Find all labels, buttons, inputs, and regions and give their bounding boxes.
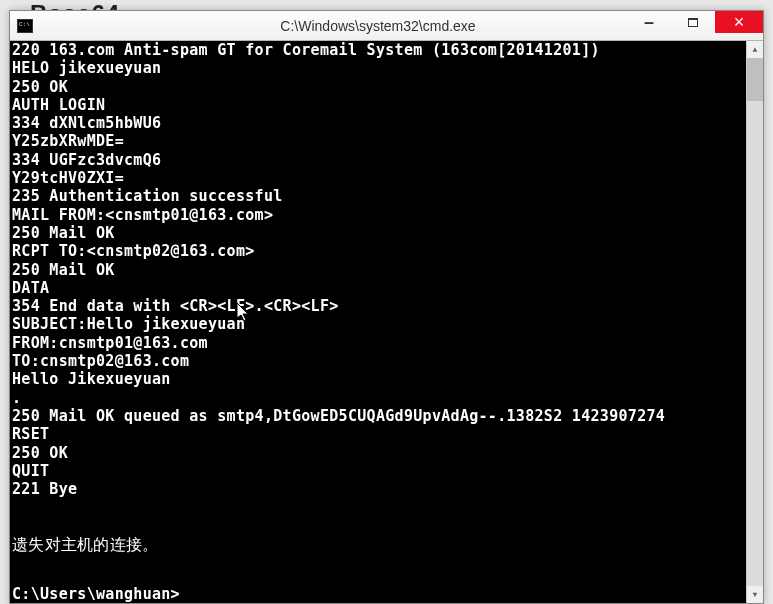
- terminal-line: Hello Jikexueyuan: [12, 370, 744, 388]
- terminal-line: 250 OK: [12, 78, 744, 96]
- terminal-line: FROM:cnsmtp01@163.com: [12, 334, 744, 352]
- terminal-line: C:\Users\wanghuan>: [12, 585, 744, 603]
- terminal-line: .: [12, 389, 744, 407]
- terminal-line: 250 Mail OK: [12, 261, 744, 279]
- scroll-thumb[interactable]: [747, 58, 763, 101]
- scrollbar[interactable]: ▲ ▼: [746, 41, 763, 603]
- minimize-button[interactable]: –: [627, 11, 671, 33]
- cmd-icon: [17, 19, 33, 33]
- cmd-window: C:\Windows\system32\cmd.exe – 220 163.co…: [9, 10, 764, 604]
- terminal-line: 遗失对主机的连接。: [12, 531, 744, 559]
- terminal-line: 250 Mail OK: [12, 224, 744, 242]
- terminal-line: MAIL FROM:<cnsmtp01@163.com>: [12, 206, 744, 224]
- terminal-line: HELO jikexueyuan: [12, 59, 744, 77]
- terminal-line: 334 UGFzc3dvcmQ6: [12, 151, 744, 169]
- terminal-line: 250 Mail OK queued as smtp4,DtGowED5CUQA…: [12, 407, 744, 425]
- terminal-line: 250 OK: [12, 444, 744, 462]
- terminal-area: 220 163.com Anti-spam GT for Coremail Sy…: [10, 41, 763, 603]
- terminal-line: AUTH LOGIN: [12, 96, 744, 114]
- terminal-line: RSET: [12, 425, 744, 443]
- terminal-line: 354 End data with <CR><LF>.<CR><LF>: [12, 297, 744, 315]
- terminal-line: TO:cnsmtp02@163.com: [12, 352, 744, 370]
- title-bar[interactable]: C:\Windows\system32\cmd.exe –: [10, 11, 763, 41]
- terminal-line: 235 Authentication successful: [12, 187, 744, 205]
- close-button[interactable]: [715, 11, 763, 33]
- terminal-line: Y25zbXRwMDE=: [12, 132, 744, 150]
- terminal-line: SUBJECT:Hello jikexueyuan: [12, 315, 744, 333]
- terminal-line: 334 dXNlcm5hbWU6: [12, 114, 744, 132]
- scroll-up-button[interactable]: ▲: [747, 41, 763, 58]
- terminal-line: 220 163.com Anti-spam GT for Coremail Sy…: [12, 41, 744, 59]
- window-controls: –: [627, 11, 763, 33]
- terminal-line: [12, 567, 744, 585]
- terminal-content[interactable]: 220 163.com Anti-spam GT for Coremail Sy…: [10, 41, 746, 603]
- terminal-line: [12, 498, 744, 516]
- terminal-line: RCPT TO:<cnsmtp02@163.com>: [12, 242, 744, 260]
- terminal-line: QUIT: [12, 462, 744, 480]
- scroll-down-button[interactable]: ▼: [747, 586, 763, 603]
- maximize-button[interactable]: [671, 11, 715, 33]
- terminal-line: DATA: [12, 279, 744, 297]
- terminal-line: 221 Bye: [12, 480, 744, 498]
- terminal-line: Y29tcHV0ZXI=: [12, 169, 744, 187]
